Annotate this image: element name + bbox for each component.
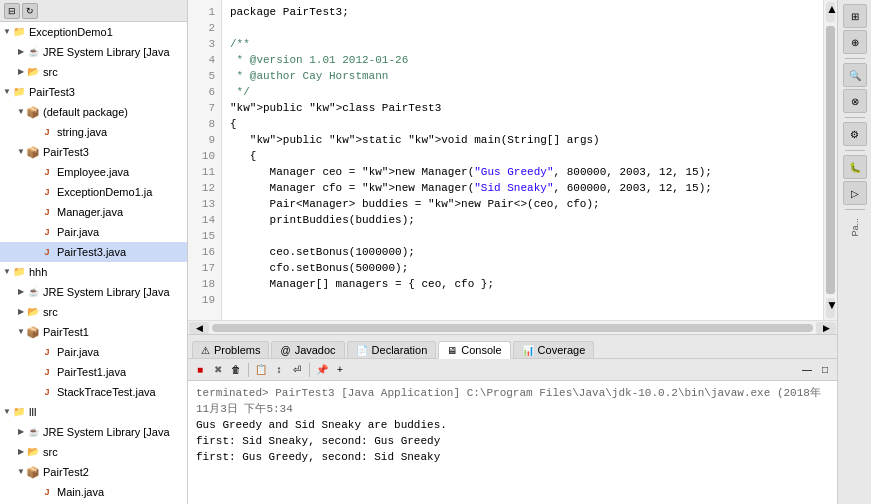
tree-item-label: PairTest3 <box>43 143 89 161</box>
tree-arrow[interactable]: ▼ <box>2 87 12 97</box>
tree-item-pair-test2[interactable]: ▼📦PairTest2 <box>0 462 187 482</box>
tree-item-label: PairTest1 <box>43 323 89 341</box>
tree-arrow[interactable]: ▶ <box>16 287 26 297</box>
tree-item-manager-java[interactable]: JManager.java <box>0 202 187 222</box>
tree-arrow[interactable]: ▶ <box>16 447 26 457</box>
tree-arrow[interactable]: ▶ <box>16 427 26 437</box>
tab-label-console: Console <box>461 344 501 356</box>
tree-item-exception-demo-java[interactable]: JExceptionDemo1.ja <box>0 182 187 202</box>
rt-separator1 <box>845 58 865 59</box>
tab-icon-javadoc: @ <box>280 345 290 356</box>
sidebar-tree: ▼📁ExceptionDemo1▶☕JRE System Library [Ja… <box>0 22 187 504</box>
line-num-9: 9 <box>188 132 221 148</box>
minimize-button[interactable]: — <box>799 362 815 378</box>
tree-item-src-2[interactable]: ▶📂src <box>0 302 187 322</box>
scroll-right-btn[interactable]: ▶ <box>816 322 836 334</box>
scroll-lock-button[interactable]: ↕ <box>271 362 287 378</box>
run-button[interactable]: ▷ <box>843 181 867 205</box>
pin-button[interactable]: 📌 <box>314 362 330 378</box>
code-content[interactable]: package PairTest3; /** * @version 1.01 2… <box>222 0 823 320</box>
tree-arrow[interactable]: ▼ <box>2 27 12 37</box>
console-line-2: first: Gus Greedy, second: Sid Sneaky <box>196 449 829 465</box>
scrollbar-thumb[interactable] <box>826 26 835 294</box>
tree-item-src-3[interactable]: ▶📂src <box>0 442 187 462</box>
tree-arrow[interactable]: ▼ <box>16 147 26 157</box>
tree-icon-java: J <box>40 205 54 219</box>
tree-arrow[interactable]: ▼ <box>2 407 12 417</box>
tree-arrow[interactable]: ▼ <box>16 327 26 337</box>
tree-item-pair-test3-pkg[interactable]: ▼📦PairTest3 <box>0 142 187 162</box>
tree-item-pair-test3[interactable]: ▼📁PairTest3 <box>0 82 187 102</box>
line-num-4: 4 <box>188 52 221 68</box>
tree-icon-java: J <box>40 185 54 199</box>
tree-item-hhh[interactable]: ▼📁hhh <box>0 262 187 282</box>
type-hierarchy-button[interactable]: ⊕ <box>843 30 867 54</box>
tree-arrow[interactable]: ▼ <box>16 467 26 477</box>
search-button[interactable]: 🔍 <box>843 63 867 87</box>
tree-arrow[interactable]: ▶ <box>16 307 26 317</box>
line-num-13: 13 <box>188 196 221 212</box>
tree-item-pair-java[interactable]: JPair.java <box>0 222 187 242</box>
tab-declaration[interactable]: 📄Declaration <box>347 341 437 358</box>
tab-console[interactable]: 🖥Console <box>438 341 510 359</box>
copy-button[interactable]: 📋 <box>253 362 269 378</box>
tree-item-exception-demo1[interactable]: ▼📁ExceptionDemo1 <box>0 22 187 42</box>
sync-button[interactable]: ↻ <box>22 3 38 19</box>
collapse-all-button[interactable]: ⊟ <box>4 3 20 19</box>
tree-item-jre-lib-2[interactable]: ▶☕JRE System Library [Java <box>0 282 187 302</box>
tree-arrow[interactable]: ▶ <box>16 67 26 77</box>
tree-item-stack-trace-java[interactable]: JStackTraceTest.java <box>0 382 187 402</box>
remove-button[interactable]: ✖ <box>210 362 226 378</box>
tree-item-main-java[interactable]: JMain.java <box>0 482 187 502</box>
bottom-panel: ⚠Problems@Javadoc📄Declaration🖥Console📊Co… <box>188 334 837 504</box>
tab-coverage[interactable]: 📊Coverage <box>513 341 595 358</box>
line-num-3: 3 <box>188 36 221 52</box>
scrollbar-up-btn[interactable]: ▲ <box>826 2 835 22</box>
line-num-16: 16 <box>188 244 221 260</box>
rt-separator3 <box>845 150 865 151</box>
scroll-left-btn[interactable]: ◀ <box>189 322 209 334</box>
tab-label-javadoc: Javadoc <box>295 344 336 356</box>
settings-button[interactable]: ⚙ <box>843 122 867 146</box>
tree-item-lll[interactable]: ▼📁lll <box>0 402 187 422</box>
h-scrollbar[interactable]: ◀ ▶ <box>188 320 837 334</box>
tree-item-pairtest3-java[interactable]: JPairTest3.java <box>0 242 187 262</box>
editor-scrollbar[interactable]: ▲ ▼ <box>823 0 837 320</box>
tree-arrow[interactable]: ▼ <box>2 267 12 277</box>
tree-item-src-1[interactable]: ▶📂src <box>0 62 187 82</box>
code-line-7: "kw">public "kw">class PairTest3 <box>230 100 815 116</box>
tree-arrow[interactable]: ▶ <box>16 47 26 57</box>
tree-item-label: JRE System Library [Java <box>43 423 170 441</box>
line-num-2: 2 <box>188 20 221 36</box>
word-wrap-button[interactable]: ⏎ <box>289 362 305 378</box>
tree-item-pair-test1[interactable]: ▼📦PairTest1 <box>0 322 187 342</box>
debug-button[interactable]: 🐛 <box>843 155 867 179</box>
outline-button[interactable]: ⊞ <box>843 4 867 28</box>
tab-problems[interactable]: ⚠Problems <box>192 341 269 358</box>
tab-javadoc[interactable]: @Javadoc <box>271 341 344 358</box>
tree-item-jre-lib-1[interactable]: ▶☕JRE System Library [Java <box>0 42 187 62</box>
tree-item-pairtest1-java[interactable]: JPairTest1.java <box>0 362 187 382</box>
tree-icon-project: 📁 <box>12 85 26 99</box>
terminate-button[interactable]: ■ <box>192 362 208 378</box>
tree-item-label: PairTest3.java <box>57 243 126 261</box>
h-scrollbar-thumb[interactable] <box>212 324 813 332</box>
clear-button[interactable]: 🗑 <box>228 362 244 378</box>
tree-item-employee-java[interactable]: JEmployee.java <box>0 162 187 182</box>
tree-item-string-java[interactable]: Jstring.java <box>0 122 187 142</box>
tree-item-jre-lib-3[interactable]: ▶☕JRE System Library [Java <box>0 422 187 442</box>
editor-content: 12345678910111213141516171819 package Pa… <box>188 0 837 320</box>
tree-item-pair-java-2[interactable]: JPair.java <box>0 342 187 362</box>
maximize-button[interactable]: □ <box>817 362 833 378</box>
tab-label-coverage: Coverage <box>538 344 586 356</box>
new-console-button[interactable]: + <box>332 362 348 378</box>
code-line-12: Manager cfo = "kw">new Manager("Sid Snea… <box>230 180 815 196</box>
tree-arrow[interactable]: ▼ <box>16 107 26 117</box>
scrollbar-down-btn[interactable]: ▼ <box>826 298 835 318</box>
tree-icon-java: J <box>40 165 54 179</box>
code-line-8: { <box>230 116 815 132</box>
tree-item-default-pkg[interactable]: ▼📦(default package) <box>0 102 187 122</box>
tree-icon-folder: 📂 <box>26 65 40 79</box>
sidebar: ⊟ ↻ ▼📁ExceptionDemo1▶☕JRE System Library… <box>0 0 188 504</box>
ref-search-button[interactable]: ⊗ <box>843 89 867 113</box>
